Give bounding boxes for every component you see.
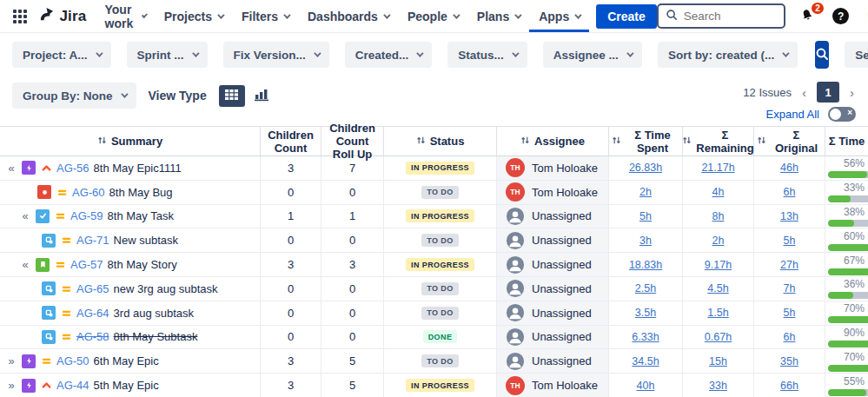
column-header-1[interactable]: Children Count	[261, 127, 321, 155]
time-spent-link[interactable]: 3h	[639, 235, 652, 247]
original-link[interactable]: 35h	[780, 355, 798, 367]
help-icon: ?	[832, 8, 849, 24]
column-header-3[interactable]: Status	[384, 127, 497, 155]
issue-key-link[interactable]: AG-44	[56, 379, 89, 392]
issue-key-link[interactable]: AG-50	[56, 354, 89, 367]
table-row: AG-71New subtask00TO DOUnassigned3h2h5h6…	[0, 228, 868, 253]
apply-search-button[interactable]	[815, 41, 829, 69]
assignee-name: Tom Holoake	[532, 186, 598, 199]
notifications-button[interactable]: 2	[798, 6, 818, 27]
global-search[interactable]	[657, 3, 785, 29]
nav-item-label: Apps	[539, 10, 569, 23]
remaining-link[interactable]: 33h	[709, 380, 727, 392]
app-switcher-button[interactable]	[9, 4, 31, 29]
nav-item-projects[interactable]: Projects	[155, 0, 232, 32]
status-cell: IN PROGRESS	[384, 374, 497, 397]
time-spent-link[interactable]: 3.5h	[635, 307, 656, 319]
assignee-cell: THTom Holoake	[497, 181, 609, 204]
remaining-link[interactable]: 0.67h	[705, 331, 732, 343]
collapse-button[interactable]: «	[5, 162, 17, 175]
expand-button[interactable]: »	[5, 354, 17, 367]
children-rollup-cell-value: 0	[349, 186, 355, 199]
original-link[interactable]: 5h	[784, 307, 796, 319]
jira-logo[interactable]: Jira	[35, 6, 95, 26]
issue-key-link[interactable]: AG-65	[76, 282, 109, 295]
original-link[interactable]: 27h	[780, 259, 798, 271]
remaining-link[interactable]: 1.5h	[707, 307, 728, 319]
time-spent-link[interactable]: 18.83h	[629, 259, 662, 271]
remaining-link[interactable]: 2h	[712, 235, 725, 247]
group-by-dropdown[interactable]: Group By: None	[12, 83, 136, 109]
issue-key-link[interactable]: AG-64	[76, 307, 109, 320]
original-link[interactable]: 46h	[780, 162, 798, 174]
filter-pill-label: Status...	[458, 49, 504, 62]
time-spent-link[interactable]: 5h	[639, 210, 652, 222]
remaining-link[interactable]: 21.17h	[701, 162, 734, 174]
nav-item-your-work[interactable]: Your work	[96, 0, 155, 32]
column-header-6[interactable]: Σ Remaining	[683, 127, 754, 155]
filter-pill-0[interactable]: Project: A...	[12, 42, 111, 68]
time-spent-link[interactable]: 6.33h	[632, 331, 659, 343]
next-page-button[interactable]: ›	[848, 85, 856, 100]
nav-item-apps[interactable]: Apps	[529, 0, 589, 32]
column-header-8[interactable]: Σ Time	[825, 127, 868, 155]
issue-key-link[interactable]: AG-58	[76, 330, 109, 343]
column-header-4[interactable]: Assignee	[497, 127, 609, 155]
filter-pill-3[interactable]: Created...	[345, 42, 433, 68]
view-type-chart-button[interactable]	[248, 85, 275, 107]
original-cell: 6h	[754, 326, 825, 349]
time-spent-link[interactable]: 2.5h	[635, 282, 656, 294]
filter-pill-2[interactable]: Fix Version...	[223, 42, 329, 68]
create-button[interactable]: Create	[596, 4, 657, 29]
issue-key-link[interactable]: AG-71	[76, 234, 109, 247]
original-link[interactable]: 7h	[784, 282, 796, 294]
column-header-7[interactable]: Σ Original	[754, 127, 825, 155]
remaining-link[interactable]: 4h	[712, 186, 725, 198]
view-type-table-button[interactable]	[219, 85, 245, 107]
original-link[interactable]: 66h	[780, 380, 798, 392]
time-spent-link[interactable]: 40h	[637, 380, 655, 392]
issue-key-link[interactable]: AG-56	[56, 162, 89, 175]
original-link[interactable]: 6h	[784, 331, 796, 343]
column-header-5[interactable]: Σ Time Spent	[609, 127, 683, 155]
children-rollup-cell: 7	[321, 156, 384, 180]
expand-all-toggle[interactable]: ×	[828, 107, 856, 122]
help-button[interactable]: ?	[831, 6, 851, 27]
issue-key-link[interactable]: AG-60	[72, 186, 105, 199]
column-header-0[interactable]: Summary	[0, 127, 261, 155]
children-count-cell-value: 3	[288, 258, 294, 271]
issue-key-link[interactable]: AG-57	[70, 258, 103, 271]
filter-pill-search-text[interactable]: Searc...	[845, 42, 868, 68]
filter-pill-5[interactable]: Assignee ...	[543, 42, 642, 68]
time-spent-link[interactable]: 34.5h	[632, 355, 659, 367]
original-link[interactable]: 13h	[780, 210, 798, 222]
time-spent-link[interactable]: 2h	[639, 186, 652, 198]
collapse-button[interactable]: «	[19, 258, 31, 271]
time-spent-link[interactable]: 26.83h	[629, 162, 662, 174]
nav-item-people[interactable]: People	[398, 0, 467, 32]
remaining-link[interactable]: 15h	[709, 355, 727, 367]
remaining-link[interactable]: 9.17h	[705, 259, 732, 271]
current-page[interactable]: 1	[817, 82, 839, 103]
filter-pill-4[interactable]: Status...	[447, 42, 527, 68]
nav-item-dashboards[interactable]: Dashboards	[298, 0, 398, 32]
original-link[interactable]: 5h	[784, 235, 796, 247]
original-link[interactable]: 6h	[784, 186, 796, 198]
issue-summary: 6th May Epic	[94, 354, 159, 367]
assignee-name: Unassigned	[532, 209, 592, 222]
search-input[interactable]	[684, 10, 777, 23]
remaining-link[interactable]: 8h	[712, 210, 725, 222]
remaining-link[interactable]: 4.5h	[707, 282, 728, 294]
nav-item-filters[interactable]: Filters	[232, 0, 298, 32]
status-badge: IN PROGRESS	[406, 258, 474, 271]
nav-item-plans[interactable]: Plans	[467, 0, 529, 32]
column-header-2[interactable]: Children Count Roll Up	[321, 127, 384, 155]
issue-key-link[interactable]: AG-59	[70, 209, 103, 222]
filter-pill-6[interactable]: Sort by: created (...	[658, 42, 798, 68]
settings-button[interactable]: ⚙	[864, 6, 868, 27]
expand-button[interactable]: »	[5, 379, 17, 392]
prev-page-button[interactable]: ‹	[800, 85, 808, 100]
collapse-button[interactable]: «	[19, 209, 31, 222]
expand-all-link[interactable]: Expand All	[766, 108, 819, 121]
filter-pill-1[interactable]: Sprint ...	[127, 42, 208, 68]
